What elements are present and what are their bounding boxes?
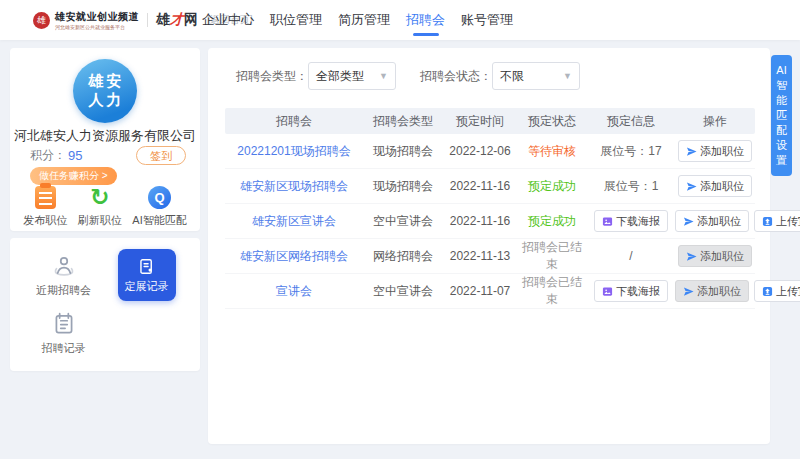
company-avatar: 雄安 人力 bbox=[73, 59, 137, 123]
points-label: 积分： bbox=[30, 147, 66, 164]
quick-action-label: 刷新职位 bbox=[78, 213, 122, 228]
menu-item-booth-records[interactable]: 定展记录 bbox=[118, 249, 176, 301]
booking-date: 2022-11-16 bbox=[443, 214, 517, 228]
fair-type: 空中宣讲会 bbox=[363, 213, 443, 230]
upload-material-button[interactable]: 上传宣讲资料 bbox=[754, 280, 800, 302]
add-position-button[interactable]: 添加职位 bbox=[675, 210, 749, 232]
booking-info: 下载海报 bbox=[587, 210, 675, 232]
fair-status-value: 不限 bbox=[500, 68, 524, 85]
add-position-button[interactable]: 添加职位 bbox=[678, 140, 752, 162]
site-seal-icon: 雄 bbox=[33, 12, 50, 29]
logo-char: 网 bbox=[184, 11, 198, 27]
clipboard-icon bbox=[35, 186, 56, 209]
fair-name-cell: 宣讲会 bbox=[225, 283, 363, 300]
row-actions: 添加职位 bbox=[675, 140, 755, 162]
fair-name-link[interactable]: 20221201现场招聘会 bbox=[237, 144, 350, 158]
booking-status: 预定成功 bbox=[517, 178, 587, 195]
fair-type: 现场招聘会 bbox=[363, 143, 443, 160]
sidebar-menu-card: 近期招聘会 定展记录 招聘记录 bbox=[10, 238, 200, 371]
download-poster-button[interactable]: 下载海报 bbox=[594, 280, 668, 302]
booth-record-icon bbox=[137, 257, 156, 276]
nav-item[interactable]: 职位管理 bbox=[268, 0, 324, 41]
filter-bar: 招聘会类型： 全部类型 ▼ 招聘会状态： 不限 ▼ bbox=[236, 62, 580, 90]
column-header: 招聘会 bbox=[225, 113, 363, 130]
refresh-job-action[interactable]: ↻ 刷新职位 bbox=[78, 186, 122, 228]
site-logo-subtitle: 河北雄安新区公共就业服务平台 bbox=[55, 24, 139, 30]
menu-item-hire-records[interactable]: 招聘记录 bbox=[42, 311, 86, 356]
fair-status-label: 招聘会状态： bbox=[420, 68, 492, 85]
nav-item[interactable]: 企业中心 bbox=[200, 0, 256, 41]
fair-name-link[interactable]: 宣讲会 bbox=[276, 284, 312, 298]
checkin-button[interactable]: 签到 bbox=[136, 146, 186, 165]
download-poster-button[interactable]: 下载海报 bbox=[594, 210, 668, 232]
booking-status: 招聘会已结束 bbox=[517, 239, 587, 273]
nav-item[interactable]: 账号管理 bbox=[459, 0, 515, 41]
poster-icon bbox=[602, 216, 613, 227]
booking-status: 预定成功 bbox=[517, 213, 587, 230]
table-body: 20221201现场招聘会现场招聘会2022-12-06等待审核展位号：17添加… bbox=[225, 134, 755, 309]
nav-item[interactable]: 简历管理 bbox=[336, 0, 392, 41]
site-logo: 雄安就业创业频道 河北雄安新区公共就业服务平台 bbox=[55, 10, 139, 30]
chevron-down-icon: ▼ bbox=[563, 71, 572, 81]
ai-match-icon: Q bbox=[148, 186, 171, 209]
main-panel: 招聘会类型： 全部类型 ▼ 招聘会状态： 不限 ▼ 招聘会招聘会类型预定时间预定… bbox=[208, 48, 770, 444]
column-header: 招聘会类型 bbox=[363, 113, 443, 130]
send-icon bbox=[683, 216, 694, 227]
avatar-line2: 人力 bbox=[86, 91, 125, 110]
hire-record-icon bbox=[51, 311, 77, 337]
seal-glyph: 雄 bbox=[37, 14, 46, 27]
menu-item-recent-fairs[interactable]: 近期招聘会 bbox=[36, 253, 91, 298]
button-label: 下载海报 bbox=[616, 214, 660, 229]
upload-material-button[interactable]: 上传宣讲资料 bbox=[754, 210, 800, 232]
ai-match-settings-button[interactable]: AI智能匹配设置 bbox=[771, 55, 792, 176]
logo-char-red: 才 bbox=[170, 11, 184, 27]
button-label: 添加职位 bbox=[700, 249, 744, 264]
fair-status-select[interactable]: 不限 ▼ bbox=[492, 62, 580, 90]
table-row: 宣讲会空中宣讲会2022-11-07招聘会已结束下载海报添加职位上传宣讲资料 bbox=[225, 274, 755, 309]
upload-icon bbox=[762, 286, 773, 297]
booking-info: 展位号：1 bbox=[587, 178, 675, 195]
xiongcai-logo: 雄才网 bbox=[156, 11, 198, 29]
send-icon bbox=[686, 146, 697, 157]
button-label: 上传宣讲资料 bbox=[776, 284, 800, 299]
button-label: 上传宣讲资料 bbox=[776, 214, 800, 229]
booking-info: 展位号：17 bbox=[587, 143, 675, 160]
button-label: 添加职位 bbox=[700, 144, 744, 159]
button-label: 添加职位 bbox=[700, 179, 744, 194]
fair-type-label: 招聘会类型： bbox=[236, 68, 308, 85]
add-position-button[interactable]: 添加职位 bbox=[678, 175, 752, 197]
row-actions: 添加职位上传宣讲资料 bbox=[675, 280, 800, 302]
company-profile-card: 雄安 人力 河北雄安人力资源服务有限公司 积分： 95 签到 做任务赚积分 > … bbox=[10, 48, 200, 231]
button-label: 添加职位 bbox=[697, 284, 741, 299]
table-row: 雄安新区现场招聘会现场招聘会2022-11-16预定成功展位号：1添加职位 bbox=[225, 169, 755, 204]
site-logo-title: 雄安就业创业频道 bbox=[55, 10, 139, 24]
add-position-button[interactable]: 添加职位 bbox=[675, 280, 749, 302]
sidebar-menu: 近期招聘会 定展记录 招聘记录 bbox=[22, 246, 188, 363]
fair-type: 网络招聘会 bbox=[363, 248, 443, 265]
fair-name-link[interactable]: 雄安新区现场招聘会 bbox=[240, 179, 348, 193]
nav-item[interactable]: 招聘会 bbox=[404, 0, 447, 41]
main-nav: 企业中心职位管理简历管理招聘会账号管理 bbox=[200, 0, 515, 40]
points-value: 95 bbox=[68, 148, 82, 163]
column-header: 预定信息 bbox=[587, 113, 675, 130]
fair-name-cell: 雄安新区宣讲会 bbox=[225, 213, 363, 230]
column-header: 预定时间 bbox=[443, 113, 517, 130]
fair-name-cell: 雄安新区现场招聘会 bbox=[225, 178, 363, 195]
booking-status: 招聘会已结束 bbox=[517, 274, 587, 308]
column-header: 操作 bbox=[675, 113, 755, 130]
fair-type-value: 全部类型 bbox=[316, 68, 364, 85]
fair-table: 招聘会招聘会类型预定时间预定状态预定信息操作 20221201现场招聘会现场招聘… bbox=[225, 108, 755, 309]
quick-actions: 发布职位 ↻ 刷新职位 Q AI智能匹配 bbox=[18, 186, 192, 228]
booking-info: 下载海报 bbox=[587, 280, 675, 302]
booking-date: 2022-11-13 bbox=[443, 249, 517, 263]
fair-type-select[interactable]: 全部类型 ▼ bbox=[308, 62, 396, 90]
row-actions: 添加职位 bbox=[675, 175, 755, 197]
add-position-button[interactable]: 添加职位 bbox=[678, 245, 752, 267]
brand-divider bbox=[147, 13, 148, 27]
row-actions: 添加职位上传宣讲资料 bbox=[675, 210, 800, 232]
ai-match-action[interactable]: Q AI智能匹配 bbox=[132, 186, 186, 228]
fair-name-link[interactable]: 雄安新区宣讲会 bbox=[252, 214, 336, 228]
fair-name-link[interactable]: 雄安新区网络招聘会 bbox=[240, 249, 348, 263]
booking-date: 2022-11-07 bbox=[443, 284, 517, 298]
publish-job-action[interactable]: 发布职位 bbox=[23, 186, 67, 228]
